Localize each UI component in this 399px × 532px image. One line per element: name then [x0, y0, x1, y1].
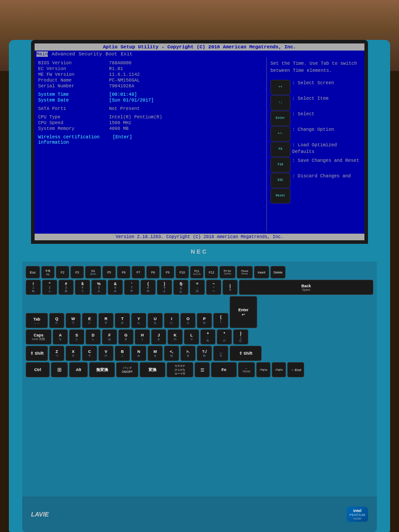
- bios-help-keys: ++: Select Screen ↑↓: Select Item Enter:…: [270, 80, 361, 203]
- key-h[interactable]: Hく: [135, 329, 150, 344]
- key-b[interactable]: Bこ: [115, 346, 130, 361]
- keyboard-row-fn: Esc 半角F1 F2 F3 F4ECO F5 F6 F7 F8 F9 F10 …: [26, 266, 373, 278]
- key-l[interactable]: Lり: [184, 329, 199, 344]
- key-k[interactable]: Kの: [168, 329, 183, 344]
- key-j[interactable]: Jま: [151, 329, 166, 344]
- nec-logo: NEC: [9, 248, 390, 255]
- key-q[interactable]: Qた: [49, 313, 64, 328]
- system-date-value[interactable]: [Sun 01/01/2017]: [109, 98, 154, 103]
- key-yen[interactable]: |¥: [223, 280, 238, 295]
- key-home[interactable]: ←Home: [238, 362, 255, 377]
- key-r[interactable]: Rす: [98, 313, 113, 328]
- key-amp[interactable]: &6お: [108, 280, 123, 295]
- key-pgdn[interactable]: ↓PgDn: [272, 362, 286, 377]
- key-f11[interactable]: F11ScrLck: [190, 266, 203, 278]
- key-w[interactable]: Wて: [66, 313, 81, 328]
- key-apps[interactable]: ☰: [195, 362, 210, 377]
- key-0[interactable]: を0わ: [173, 280, 188, 295]
- bios-menu-exit[interactable]: Exit: [121, 51, 132, 57]
- key-comma[interactable]: <,ね: [164, 346, 179, 361]
- key-o[interactable]: Oら: [180, 313, 196, 328]
- key-pad-toggle[interactable]: パッドON/OFF: [116, 362, 138, 377]
- key-t[interactable]: Tか: [115, 313, 130, 328]
- key-f2[interactable]: F2: [56, 266, 69, 278]
- key-shift-right[interactable]: ⇧ Shift: [230, 346, 262, 361]
- key-f9[interactable]: F9: [161, 266, 174, 278]
- key-insert[interactable]: Insert: [254, 266, 269, 278]
- key-f12[interactable]: F12: [205, 266, 218, 278]
- intel-badge: intel PENTIUM inside: [347, 507, 368, 522]
- bios-version-label: BIOS Version: [38, 60, 109, 66]
- key-f8[interactable]: F8: [146, 266, 160, 278]
- bios-menu-boot[interactable]: Boot: [106, 51, 117, 57]
- key-minus[interactable]: =-ほ: [190, 280, 205, 295]
- key-n[interactable]: Nみ: [131, 346, 146, 361]
- key-hash[interactable]: #3あ: [59, 280, 74, 295]
- mem-label: System Memory: [38, 126, 109, 131]
- key-win[interactable]: ⊞: [51, 362, 68, 377]
- key-pause[interactable]: PauseBreak: [237, 266, 253, 278]
- key-f3[interactable]: F3: [70, 266, 84, 278]
- key-period[interactable]: >.る: [180, 346, 196, 361]
- key-y[interactable]: Yん: [131, 313, 146, 328]
- key-ctrl-left[interactable]: Ctrl: [26, 362, 50, 377]
- bios-right-panel: Set the Time. Use Tab to switch between …: [267, 58, 364, 231]
- key-at[interactable]: "2ふ: [42, 280, 57, 295]
- bios-menu-security[interactable]: Security: [78, 51, 102, 57]
- key-colon[interactable]: *:け: [217, 329, 232, 344]
- key-f1[interactable]: 半角F1: [41, 266, 55, 278]
- key-henkan[interactable]: 変換: [140, 362, 165, 377]
- wireless-value[interactable]: [Enter]: [113, 134, 132, 145]
- key-m[interactable]: Mも: [148, 346, 163, 361]
- key-dollar[interactable]: $4う: [75, 280, 90, 295]
- key-rbracket[interactable]: }]む: [233, 329, 248, 344]
- key-f6[interactable]: F6: [117, 266, 130, 278]
- key-g[interactable]: Gき: [118, 329, 133, 344]
- key-d[interactable]: Dし: [86, 329, 101, 344]
- key-s[interactable]: Sと: [69, 329, 84, 344]
- key-slash[interactable]: ?./め: [197, 346, 212, 361]
- key-lparen[interactable]: (8ゆ: [141, 280, 156, 295]
- cpu-speed-value: 1500 MHz: [109, 120, 131, 125]
- key-i[interactable]: Iに: [164, 313, 179, 328]
- key-v[interactable]: Vひ: [98, 346, 113, 361]
- key-fn[interactable]: Fn: [211, 362, 237, 377]
- key-shift-left[interactable]: ⇧ Shift: [26, 346, 48, 361]
- key-rparen[interactable]: )9よ: [157, 280, 172, 295]
- key-equal[interactable]: ~^へ: [206, 280, 221, 295]
- key-x[interactable]: Xさ: [66, 346, 81, 361]
- key-lbracket[interactable]: {[゛: [213, 313, 228, 328]
- key-e[interactable]: Eい: [82, 313, 97, 328]
- key-f[interactable]: Fは: [102, 329, 117, 344]
- key-pgup[interactable]: ↑PgUp: [256, 362, 270, 377]
- key-a[interactable]: Aち: [53, 329, 68, 344]
- key-esc[interactable]: Esc: [26, 266, 40, 278]
- key-exclaim[interactable]: !1ぬ: [26, 280, 41, 295]
- key-p[interactable]: Pせ: [197, 313, 212, 328]
- key-backslash[interactable]: _ろ: [213, 346, 228, 361]
- key-muhenkan[interactable]: 無変換: [89, 362, 115, 377]
- key-u[interactable]: Uな: [148, 313, 163, 328]
- key-f4[interactable]: F4ECO: [85, 266, 101, 278]
- bios-menu-main[interactable]: Main: [36, 51, 48, 57]
- key-percent[interactable]: %5え: [91, 280, 106, 295]
- key-katakana[interactable]: カタカナひらがなローマ字: [167, 362, 193, 377]
- key-enter[interactable]: Enter↵: [230, 296, 257, 328]
- key-semicolon[interactable]: +;れ: [200, 329, 215, 344]
- key-end[interactable]: → End: [287, 362, 304, 377]
- key-f10[interactable]: F10: [176, 266, 189, 278]
- key-alt[interactable]: Alt: [69, 362, 88, 377]
- key-caps-lock[interactable]: CapsLock 英数: [26, 329, 51, 344]
- key-f7[interactable]: F7: [132, 266, 145, 278]
- key-tab[interactable]: Tab←→: [26, 313, 48, 328]
- key-f5[interactable]: F5: [102, 266, 116, 278]
- key-z[interactable]: Zつ: [49, 346, 64, 361]
- key-prtscr[interactable]: Prt ScrSysRq: [219, 266, 235, 278]
- bios-menu-advanced[interactable]: Advanced: [51, 51, 75, 57]
- key-quote[interactable]: '7や: [124, 280, 139, 295]
- bios-title: Aptio Setup Utility - Copyright (C) 2016…: [35, 43, 364, 51]
- key-backspace[interactable]: BackSpace: [239, 280, 373, 295]
- key-c[interactable]: Cそ: [82, 346, 97, 361]
- key-delete[interactable]: Delete: [270, 266, 286, 278]
- system-time-value[interactable]: [00:01:48]: [109, 92, 137, 97]
